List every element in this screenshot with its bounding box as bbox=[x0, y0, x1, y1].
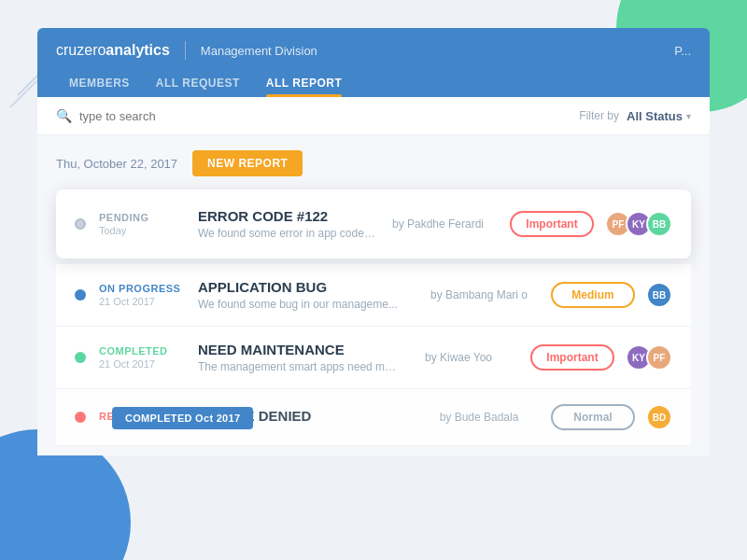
report-main-r1: ERROR CODE #122 We found some error in a… bbox=[198, 208, 377, 240]
report-desc-r2: We found some bug in our manageme... bbox=[198, 298, 403, 311]
navbar-user: P... bbox=[674, 44, 691, 58]
avatar: PF bbox=[646, 344, 672, 371]
report-author-r4: by Bude Badala bbox=[418, 411, 540, 424]
logo-bold: analytics bbox=[106, 42, 169, 58]
report-author-r1: by Pakdhe Ferardi bbox=[377, 217, 499, 231]
priority-badge-r1: Important bbox=[510, 211, 594, 237]
report-title-r1: ERROR CODE #122 bbox=[198, 208, 377, 224]
status-date-r3: 21 Oct 2017 bbox=[99, 358, 183, 370]
bg-decoration-line2 bbox=[9, 80, 37, 108]
report-title-r3: NEED MAINTENANCE bbox=[198, 342, 398, 357]
date-row: Thu, October 22, 2017 NEW REPORT bbox=[56, 150, 691, 176]
status-info-r3: COMPLETED 21 Oct 2017 bbox=[99, 345, 183, 370]
avatars-r1: PF KY BB bbox=[605, 211, 672, 237]
app-container: cruzeroanalytics Management Division P..… bbox=[37, 28, 710, 455]
priority-badge-r3: Important bbox=[530, 344, 614, 371]
priority-badge-r2: Medium bbox=[551, 282, 635, 308]
navbar-tabs: MEMBERS ALL REQUEST ALL REPORT bbox=[37, 69, 710, 97]
status-date-r2: 21 Oct 2017 bbox=[99, 296, 183, 307]
date-text: Thu, October 22, 2017 bbox=[56, 157, 177, 171]
report-title-r2: APPLICATION BUG bbox=[198, 279, 418, 295]
avatars-r3: KY PF bbox=[626, 344, 672, 371]
report-main-r3: NEED MAINTENANCE The management smart ap… bbox=[198, 342, 398, 373]
priority-badge-r4: Normal bbox=[551, 404, 635, 430]
filter-label: Filter by bbox=[579, 109, 619, 122]
completed-oct-label: COMPLETED Oct 2017 bbox=[112, 407, 253, 429]
logo: cruzeroanalytics bbox=[56, 42, 170, 59]
status-dot-pending bbox=[75, 218, 86, 230]
status-dot-completed bbox=[75, 352, 86, 363]
tab-members[interactable]: MEMBERS bbox=[56, 69, 143, 97]
status-label-r1: PENDING bbox=[99, 212, 183, 223]
report-item-r2: ON PROGRESS 21 Oct 2017 APPLICATION BUG … bbox=[56, 264, 691, 327]
avatar: BD bbox=[646, 404, 672, 430]
report-author-r3: by Kiwae Yoo bbox=[398, 351, 519, 364]
avatars-r4: BD bbox=[646, 404, 672, 430]
navbar-divider bbox=[185, 41, 186, 60]
new-report-button[interactable]: NEW REPORT bbox=[192, 150, 303, 176]
navbar-top: cruzeroanalytics Management Division P..… bbox=[37, 28, 710, 69]
status-dot-on-progress bbox=[75, 289, 86, 301]
division-label: Management Division bbox=[201, 44, 317, 58]
status-dot-rejected bbox=[75, 412, 86, 423]
report-author-r2: by Bambang Mari o bbox=[418, 288, 540, 301]
avatar: BB bbox=[646, 282, 672, 308]
chevron-down-icon: ▾ bbox=[686, 111, 691, 121]
search-input[interactable] bbox=[79, 109, 579, 123]
report-item-r3: COMPLETED 21 Oct 2017 NEED MAINTENANCE T… bbox=[56, 327, 691, 389]
tab-all-request[interactable]: ALL REQUEST bbox=[143, 69, 253, 97]
report-desc-r1: We found some error in app code line.... bbox=[198, 227, 377, 240]
search-bar: 🔍 Filter by All Status ▾ bbox=[37, 97, 710, 135]
search-icon: 🔍 bbox=[56, 108, 72, 123]
status-info-r1: PENDING Today bbox=[99, 212, 183, 236]
avatar: BB bbox=[646, 211, 672, 237]
avatars-r2: BB bbox=[646, 282, 672, 308]
navbar: cruzeroanalytics Management Division P..… bbox=[37, 28, 710, 97]
tab-all-report[interactable]: ALL REPORT bbox=[253, 69, 355, 97]
status-info-r2: ON PROGRESS 21 Oct 2017 bbox=[99, 283, 183, 307]
filter-value[interactable]: All Status bbox=[627, 109, 683, 123]
status-date-r1: Today bbox=[99, 225, 183, 236]
logo-regular: cruzero bbox=[56, 42, 106, 58]
status-label-r2: ON PROGRESS bbox=[99, 283, 183, 294]
report-desc-r3: The management smart apps need mai... bbox=[198, 360, 398, 373]
report-main-r2: APPLICATION BUG We found some bug in our… bbox=[198, 279, 418, 311]
report-card-r1: PENDING Today ERROR CODE #122 We found s… bbox=[56, 189, 691, 259]
status-label-r3: COMPLETED bbox=[99, 345, 183, 357]
